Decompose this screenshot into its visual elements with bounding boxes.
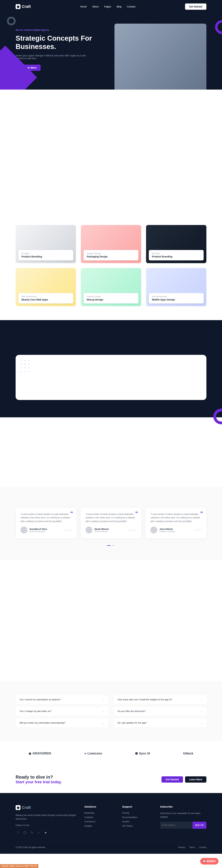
follow-us-label: Follow Us On: [15, 824, 77, 827]
footer-privacy[interactable]: Privacy [179, 846, 185, 848]
chevron-down-icon: ⌄ [201, 710, 202, 712]
footer-col-title: Solutions [84, 805, 115, 808]
star-rating: ☆☆☆☆☆ [194, 529, 201, 531]
portfolio-title: Packaging Design [87, 255, 135, 258]
cta-banner-title: Ready to dive in? [15, 774, 62, 780]
nav-about[interactable]: About [92, 5, 99, 8]
star-rating: ☆☆☆☆☆ [129, 529, 136, 531]
chevron-down-icon: ⌄ [102, 698, 104, 701]
spacer-section-1 [0, 90, 222, 211]
cta-banner-subtitle: Start your free trial today. [15, 780, 62, 784]
subscribe-desc: Subscribe to our newsletter for the late… [160, 812, 207, 819]
youtube-icon[interactable]: ▶ [43, 830, 48, 835]
carousel-dots[interactable] [15, 545, 207, 546]
copyright: © 2025 Craft. All rights reserved. [15, 846, 46, 848]
portfolio-card[interactable]: Branding Product Branding [15, 225, 76, 263]
testimonials-section: " "A vast number of clients decide to cr… [0, 487, 222, 560]
brand-uideck[interactable]: UIdeck [183, 752, 193, 755]
social-links: f ◯ 𝕏 ♪ ▶ [15, 830, 77, 835]
footer-link[interactable]: API Status [122, 825, 133, 827]
nav-home[interactable]: Home [80, 5, 87, 8]
testimonial-card: " "A vast number of clients decide to cr… [146, 507, 207, 538]
portfolio-title: Product Branding [152, 255, 200, 258]
portfolio-category: Graphics Design [87, 296, 135, 298]
cta-section [0, 320, 222, 417]
cta-get-started-button[interactable]: Get Started [161, 776, 183, 783]
tiktok-icon[interactable]: ♪ [36, 830, 41, 835]
faq-item[interactable]: How many sites can I install the widgets… [114, 695, 207, 704]
chevron-down-icon: ⌄ [102, 710, 104, 712]
faq-item[interactable]: Do you offer any discounts? ⌄ [114, 707, 207, 716]
hero-small-ring-icon [7, 17, 15, 25]
footer-link[interactable]: Pricing [122, 812, 129, 814]
footer-link[interactable]: Commerce [84, 820, 95, 823]
chevron-down-icon: ⌄ [201, 721, 202, 724]
testimonial-text: "A vast number of clients decide to crea… [150, 513, 201, 523]
logo-text: Craft [22, 4, 31, 9]
footer-link[interactable]: Marketing [84, 812, 94, 814]
faq-question: Do you offer any discounts? [118, 710, 146, 712]
cta-banner: Ready to dive in? Start your free trial … [0, 766, 222, 793]
footer-link[interactable]: Documentation [122, 816, 137, 818]
footer-about: Making the world a better place through … [15, 813, 77, 821]
portfolio-title: Mobile Apps Design [152, 298, 200, 301]
footer-link[interactable]: Insights [84, 825, 92, 827]
portfolio-section: Branding Product Branding Graphics Desig… [0, 211, 222, 320]
portfolio-card[interactable]: Web Development Beauty Care Web Apps [15, 268, 76, 306]
faq-item[interactable]: Do I get updates for the app? ⌄ [114, 718, 207, 727]
nav-pages[interactable]: Pages [104, 5, 111, 8]
testimonial-card: " "A vast number of clients decide to cr… [81, 507, 141, 538]
logo-icon: ◆ [15, 4, 21, 9]
portfolio-card[interactable]: App Development Mobile Apps Design [146, 268, 207, 306]
portfolio-category: Branding [22, 252, 70, 254]
footer-logo[interactable]: ◆ Craft [15, 805, 77, 810]
footer: ◆ Craft Making the world a better place … [0, 793, 222, 854]
brand-lineicons[interactable]: ∞ Lineicons [84, 752, 102, 755]
quote-icon: " [70, 510, 73, 517]
portfolio-card[interactable]: Graphics Design Mocup Design [81, 268, 141, 306]
quote-icon: " [200, 510, 203, 517]
faq-item[interactable]: Can I cancel my subscription at anytime?… [15, 695, 108, 704]
faq-item[interactable]: Will you renew my subscription automatic… [15, 718, 108, 727]
hero-title: Strategic Concepts For Businesses. [15, 34, 107, 51]
quote-icon: " [135, 510, 138, 517]
header: ◆ Craft Home About Pages Blog Contact Ge… [0, 0, 222, 13]
portfolio-card[interactable]: Branding Product Branding [146, 225, 207, 263]
brands-section: ◉ GRAYGRIDS ∞ Lineicons ⬢ Ayro UI UIdeck [0, 741, 222, 766]
portfolio-category: Web Development [22, 296, 70, 298]
nav-contact[interactable]: Contact [127, 5, 135, 8]
facebook-icon[interactable]: f [15, 830, 21, 835]
subscribe-input[interactable] [160, 822, 192, 829]
author-name: David Warner [95, 528, 109, 530]
footer-col-title: Support [122, 805, 153, 808]
footer-link[interactable]: Guides [122, 820, 129, 823]
chevron-down-icon: ⌄ [201, 698, 202, 701]
portfolio-card[interactable]: Graphics Design Packaging Design [81, 225, 141, 263]
hero-ring-icon [215, 20, 222, 34]
footer-contact[interactable]: Contact [199, 846, 207, 848]
avatar [21, 527, 27, 533]
portfolio-category: Branding [152, 252, 200, 254]
faq-question: Can I cancel my subscription at anytime? [20, 698, 61, 701]
twitter-icon[interactable]: 𝕏 [30, 830, 34, 835]
star-rating: ☆☆☆☆☆ [64, 529, 72, 531]
footer-terms[interactable]: Terms [189, 846, 195, 848]
avatar [150, 527, 157, 533]
brand-ayroui[interactable]: ⬢ Ayro UI [135, 751, 150, 755]
testimonial-text: "A vast number of clients decide to crea… [21, 513, 72, 523]
subscribe-button[interactable]: 确定订阅 [192, 822, 207, 829]
spacer-section-2 [0, 417, 222, 487]
portfolio-category: App Development [152, 296, 200, 298]
hero-tag: We Are Creative Digital Agency. [15, 29, 107, 31]
faq-item[interactable]: Can I change my plan latter on? ⌄ [15, 707, 108, 716]
footer-link[interactable]: Analytics [84, 816, 93, 818]
author-name: Jona Giforta [159, 528, 175, 530]
cta-learn-more-button[interactable]: Learn More [185, 776, 207, 783]
get-started-button[interactable]: Get Started [185, 3, 207, 10]
instagram-icon[interactable]: ◯ [23, 830, 27, 835]
portfolio-category: Graphics Design [87, 252, 135, 254]
spacer-section-3 [0, 560, 222, 681]
logo[interactable]: ◆ Craft [15, 4, 31, 9]
brand-graygrids[interactable]: ◉ GRAYGRIDS [29, 751, 51, 755]
nav-blog[interactable]: Blog [117, 5, 122, 8]
